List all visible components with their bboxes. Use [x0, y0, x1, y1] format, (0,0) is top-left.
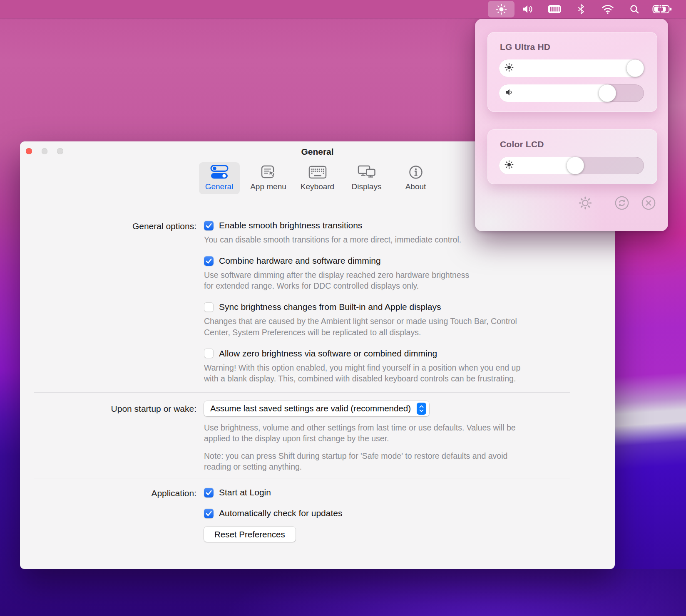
reset-preferences-button[interactable]: Reset Preferences	[204, 527, 296, 542]
slider-fill	[499, 59, 644, 77]
startup-row: Upon startup or wake: Assume last saved …	[20, 401, 615, 473]
startup-note: Note: you can press Shift during startup…	[204, 450, 615, 472]
battery-charging-icon	[652, 4, 672, 15]
close-icon[interactable]	[641, 195, 656, 213]
volume-icon	[522, 4, 534, 14]
toggles-icon	[210, 163, 229, 181]
display-name: LG Ultra HD	[487, 32, 657, 52]
brightness-slider[interactable]	[499, 59, 644, 77]
application-row: Application: Start at Login Automaticall…	[20, 487, 615, 542]
tab-label: General	[205, 182, 234, 191]
startup-label: Upon startup or wake:	[20, 401, 204, 473]
tab-displays[interactable]: Displays	[346, 162, 387, 194]
menubar-keyboard-brightness-item[interactable]	[541, 1, 568, 17]
gear-icon[interactable]	[577, 195, 593, 213]
option-description: You can disable smooth transitions for a…	[204, 234, 615, 245]
tab-label: Keyboard	[301, 182, 334, 191]
checkbox[interactable]	[204, 256, 214, 266]
menubar-brightness-item[interactable]	[488, 1, 514, 17]
general-options-label: General options:	[20, 220, 204, 384]
slider-knob[interactable]	[567, 157, 584, 174]
option-zero-brightness: Allow zero brightness via software or co…	[204, 349, 615, 384]
option-combine-dimming: Combine hardware and software dimming Us…	[204, 256, 615, 291]
option-description: Changes that are caused by the Ambient l…	[204, 316, 615, 337]
checkbox[interactable]	[204, 509, 214, 518]
startup-description: Use brightness, volume and other setting…	[204, 422, 615, 444]
brightness-icon	[505, 160, 514, 171]
section-divider	[34, 392, 570, 393]
refresh-icon[interactable]	[614, 195, 630, 213]
info-icon	[408, 163, 423, 181]
option-sync-brightness: Sync brightness changes from Built-in an…	[204, 302, 615, 337]
option-auto-updates: Automatically check for updates	[204, 508, 615, 518]
startup-dropdown[interactable]: Assume last saved settings are valid (re…	[204, 401, 429, 416]
displays-icon	[358, 163, 376, 181]
startup-dropdown-value: Assume last saved settings are valid (re…	[210, 403, 411, 413]
display-card-lg: LG Ultra HD	[487, 32, 657, 112]
checkbox-label[interactable]: Allow zero brightness via software or co…	[219, 349, 437, 359]
checkbox[interactable]	[204, 302, 214, 312]
checkbox[interactable]	[204, 349, 214, 358]
wifi-icon	[601, 4, 614, 14]
tab-general[interactable]: General	[199, 162, 240, 194]
keyboard-icon	[308, 163, 327, 181]
settings-content: General options: Enable smooth brightnes…	[20, 199, 615, 542]
checkbox[interactable]	[204, 488, 214, 497]
brightness-slider[interactable]	[499, 157, 644, 174]
menu-bar	[0, 0, 686, 18]
keyboard-brightness-icon	[547, 4, 562, 14]
display-name: Color LCD	[487, 129, 657, 149]
menubar-battery-item[interactable]	[648, 1, 677, 17]
brightness-icon	[505, 63, 514, 74]
volume-slider[interactable]	[499, 84, 644, 102]
search-icon	[629, 4, 639, 14]
tab-about[interactable]: About	[395, 162, 436, 194]
bluetooth-icon	[577, 4, 585, 15]
menubar-wifi-item[interactable]	[594, 1, 621, 17]
application-label: Application:	[20, 487, 204, 542]
slider-knob[interactable]	[599, 84, 616, 102]
volume-icon	[505, 88, 514, 99]
option-start-at-login: Start at Login	[204, 487, 615, 497]
checkbox-label[interactable]: Combine hardware and software dimming	[219, 256, 381, 266]
section-divider	[34, 478, 570, 478]
tab-label: About	[405, 182, 426, 191]
menubar-search-item[interactable]	[621, 1, 648, 17]
app-menu-icon	[260, 163, 277, 181]
option-description: Use software dimming after the display r…	[204, 270, 615, 291]
tab-label: App menu	[250, 182, 286, 191]
checkbox-label[interactable]: Sync brightness changes from Built-in an…	[219, 302, 441, 312]
menubar-bluetooth-item[interactable]	[568, 1, 594, 17]
display-card-colorlcd: Color LCD	[487, 129, 657, 184]
checkbox-label[interactable]: Enable smooth brightness transitions	[219, 220, 362, 230]
menubar-volume-item[interactable]	[514, 1, 541, 17]
checkbox-label[interactable]: Automatically check for updates	[219, 508, 342, 518]
slider-knob[interactable]	[626, 59, 644, 77]
option-description: Warning! With this option enabled, you m…	[204, 362, 615, 384]
tab-keyboard[interactable]: Keyboard	[297, 162, 338, 194]
chevron-up-down-icon	[417, 403, 426, 415]
popover-actions	[475, 195, 656, 213]
checkbox[interactable]	[204, 221, 214, 230]
tab-label: Displays	[352, 182, 382, 191]
tab-app-menu[interactable]: App menu	[248, 162, 289, 194]
brightness-icon	[496, 4, 507, 15]
brightness-popover: LG Ultra HD	[475, 19, 668, 231]
general-options-row: General options: Enable smooth brightnes…	[20, 220, 615, 384]
checkbox-label[interactable]: Start at Login	[219, 487, 271, 497]
